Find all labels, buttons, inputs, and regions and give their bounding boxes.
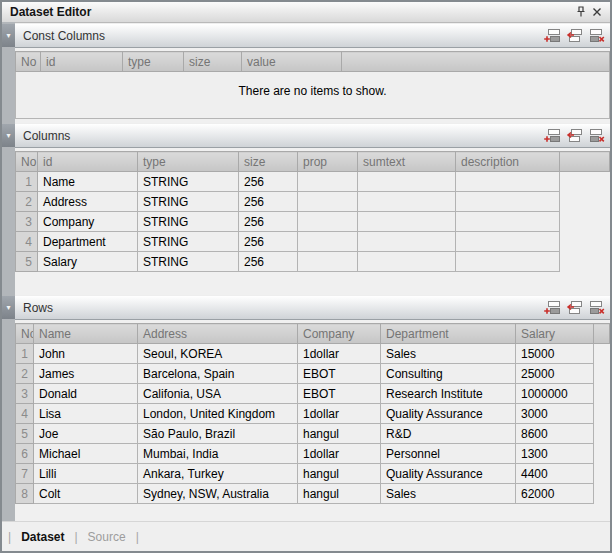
data-cell[interactable]: 256 xyxy=(239,232,298,252)
column-header-type[interactable]: type xyxy=(123,52,184,72)
data-cell[interactable]: 4400 xyxy=(516,464,594,484)
data-cell[interactable] xyxy=(456,212,560,232)
data-cell[interactable]: Sydney, NSW, Australia xyxy=(138,484,298,504)
row-number-cell[interactable]: 5 xyxy=(16,424,34,444)
column-header-size[interactable]: size xyxy=(239,152,298,172)
data-cell[interactable] xyxy=(298,172,358,192)
data-cell[interactable]: Lilli xyxy=(34,464,138,484)
data-cell[interactable]: 25000 xyxy=(516,364,594,384)
column-header-address[interactable]: Address xyxy=(138,324,298,344)
data-cell[interactable] xyxy=(456,252,560,272)
data-cell[interactable]: STRING xyxy=(138,212,239,232)
data-cell[interactable]: 8600 xyxy=(516,424,594,444)
data-cell[interactable]: Personnel xyxy=(381,444,516,464)
data-cell[interactable]: hangul xyxy=(298,464,381,484)
data-cell[interactable]: Sales xyxy=(381,484,516,504)
data-cell[interactable]: Ankara, Turkey xyxy=(138,464,298,484)
data-cell[interactable]: 256 xyxy=(239,212,298,232)
delete-row-icon[interactable] xyxy=(588,28,605,43)
data-cell[interactable] xyxy=(456,232,560,252)
add-row-icon[interactable] xyxy=(544,128,561,143)
column-header-id[interactable]: id xyxy=(38,152,138,172)
row-number-cell[interactable]: 3 xyxy=(16,212,38,232)
chevron-down-icon[interactable]: ▾ xyxy=(2,124,15,147)
data-cell[interactable]: STRING xyxy=(138,172,239,192)
data-cell[interactable]: James xyxy=(34,364,138,384)
insert-row-arrow-icon[interactable] xyxy=(566,300,583,315)
data-cell[interactable]: 256 xyxy=(239,172,298,192)
column-header-no[interactable]: No xyxy=(16,152,38,172)
insert-row-arrow-icon[interactable] xyxy=(566,28,583,43)
column-header-salary[interactable]: Salary xyxy=(516,324,594,344)
column-header-size[interactable]: size xyxy=(184,52,242,72)
data-cell[interactable]: Quality Assurance xyxy=(381,464,516,484)
column-header-no[interactable]: No xyxy=(16,52,41,72)
add-row-icon[interactable] xyxy=(544,300,561,315)
data-cell[interactable]: Joe xyxy=(34,424,138,444)
chevron-down-icon[interactable]: ▾ xyxy=(2,24,15,47)
data-cell[interactable] xyxy=(298,232,358,252)
row-number-cell[interactable]: 4 xyxy=(16,404,34,424)
data-cell[interactable]: Michael xyxy=(34,444,138,464)
data-cell[interactable]: Mumbai, India xyxy=(138,444,298,464)
data-cell[interactable]: 15000 xyxy=(516,344,594,364)
column-header-no[interactable]: No xyxy=(16,324,34,344)
pin-icon[interactable] xyxy=(573,4,589,20)
data-cell[interactable]: hangul xyxy=(298,424,381,444)
data-cell[interactable]: 1300 xyxy=(516,444,594,464)
column-header-sumtext[interactable]: sumtext xyxy=(358,152,456,172)
data-cell[interactable] xyxy=(358,192,456,212)
data-cell[interactable]: 1dollar xyxy=(298,444,381,464)
data-cell[interactable]: STRING xyxy=(138,192,239,212)
data-cell[interactable]: 1dollar xyxy=(298,344,381,364)
data-cell[interactable]: Barcelona, Spain xyxy=(138,364,298,384)
row-number-cell[interactable]: 6 xyxy=(16,444,34,464)
data-cell[interactable]: Name xyxy=(38,172,138,192)
data-cell[interactable]: Research Institute xyxy=(381,384,516,404)
data-cell[interactable]: Salary xyxy=(38,252,138,272)
data-cell[interactable]: STRING xyxy=(138,232,239,252)
row-number-cell[interactable]: 4 xyxy=(16,232,38,252)
row-number-cell[interactable]: 2 xyxy=(16,364,34,384)
data-cell[interactable]: Califonia, USA xyxy=(138,384,298,404)
data-cell[interactable] xyxy=(358,252,456,272)
chevron-down-icon[interactable]: ▾ xyxy=(2,296,15,319)
row-number-cell[interactable]: 5 xyxy=(16,252,38,272)
data-cell[interactable] xyxy=(298,252,358,272)
data-cell[interactable]: Seoul, KOREA xyxy=(138,344,298,364)
column-header-type[interactable]: type xyxy=(138,152,239,172)
column-header-value[interactable]: value xyxy=(242,52,342,72)
delete-row-icon[interactable] xyxy=(588,300,605,315)
data-cell[interactable]: Donald xyxy=(34,384,138,404)
tab-source[interactable]: Source xyxy=(88,530,126,544)
data-cell[interactable]: 1dollar xyxy=(298,404,381,424)
add-row-icon[interactable] xyxy=(544,28,561,43)
data-cell[interactable]: 62000 xyxy=(516,484,594,504)
data-cell[interactable]: hangul xyxy=(298,484,381,504)
data-cell[interactable] xyxy=(358,172,456,192)
data-cell[interactable]: Department xyxy=(38,232,138,252)
row-number-cell[interactable]: 7 xyxy=(16,464,34,484)
data-cell[interactable]: Colt xyxy=(34,484,138,504)
data-cell[interactable] xyxy=(358,212,456,232)
delete-row-icon[interactable] xyxy=(588,128,605,143)
data-cell[interactable]: Company xyxy=(38,212,138,232)
insert-row-arrow-icon[interactable] xyxy=(566,128,583,143)
data-cell[interactable]: EBOT xyxy=(298,384,381,404)
data-cell[interactable]: Sales xyxy=(381,344,516,364)
data-cell[interactable]: 256 xyxy=(239,192,298,212)
column-header-prop[interactable]: prop xyxy=(298,152,358,172)
data-cell[interactable]: London, United Kingdom xyxy=(138,404,298,424)
data-cell[interactable]: EBOT xyxy=(298,364,381,384)
data-cell[interactable]: 3000 xyxy=(516,404,594,424)
row-number-cell[interactable]: 3 xyxy=(16,384,34,404)
column-header-id[interactable]: id xyxy=(41,52,123,72)
close-icon[interactable] xyxy=(589,4,605,20)
row-number-cell[interactable]: 2 xyxy=(16,192,38,212)
column-header-name[interactable]: Name xyxy=(34,324,138,344)
data-cell[interactable]: R&D xyxy=(381,424,516,444)
data-cell[interactable] xyxy=(358,232,456,252)
data-cell[interactable]: Consulting xyxy=(381,364,516,384)
data-cell[interactable]: Lisa xyxy=(34,404,138,424)
column-header-company[interactable]: Company xyxy=(298,324,381,344)
